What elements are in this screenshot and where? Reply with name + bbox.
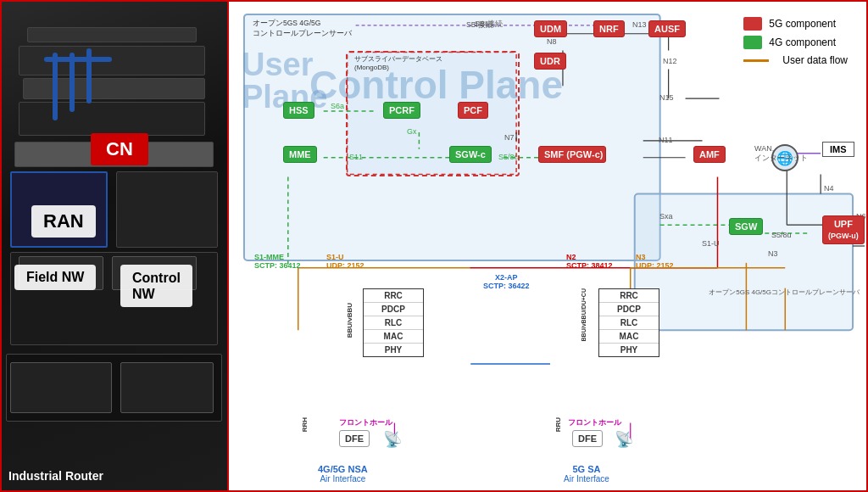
sxa-label: Sxa	[659, 212, 673, 221]
s5-8u-label: S5/8u	[771, 231, 792, 239]
n15-label: N15	[659, 93, 674, 102]
bbu-right-mac: MAC	[599, 330, 659, 344]
s11-label: S11	[349, 153, 363, 161]
smf-component: SMF (PGW-c)	[538, 146, 606, 163]
pcrf-component: PCRF	[383, 102, 420, 119]
n4-label: N4	[824, 184, 834, 193]
s1-u-label: S1-UUDP: 2152	[326, 253, 364, 270]
legend-5g-label: 5G component	[769, 18, 836, 30]
bbu-left-rlc: RLC	[364, 316, 423, 330]
gx-label: Gx	[407, 127, 417, 136]
n3-label-bottom: N3UDP: 2152	[636, 253, 674, 270]
dfe-left: DFE	[339, 430, 370, 447]
sbi-conn-label: SBI接続	[466, 20, 493, 31]
ran-label: RAN	[31, 205, 96, 238]
cn-label: CN	[91, 133, 148, 165]
legend-5g: 5G component	[743, 17, 848, 31]
n8-label: N8	[547, 37, 557, 46]
amf-component: AMF	[693, 146, 726, 163]
ims-box: IMS	[822, 142, 854, 157]
legend-userdata-line	[743, 59, 769, 62]
bbu-right-phy: PHY	[599, 344, 659, 356]
fronthaul-right-label: フロントホール	[568, 417, 621, 428]
udm-component: UDM	[534, 20, 567, 37]
cp-server-label: オープン5GS 4G/5Gコントロールプレーンサーバ	[253, 19, 352, 39]
bbu-left-mac: MAC	[364, 330, 423, 344]
air-interface-left: 4G/5G NSA Air Interface	[318, 464, 368, 484]
n11-label: N11	[659, 136, 673, 144]
antenna-left: 📡	[383, 430, 402, 449]
s5-8c-label: S5/8c	[498, 153, 518, 161]
legend-4g: 4G component	[743, 36, 848, 49]
sgw-u-component: SGW	[729, 218, 763, 235]
antenna-right: 📡	[615, 430, 633, 449]
ausf-component: AUSF	[648, 20, 686, 37]
diagram-panel: オープン5GS 4G/5Gコントロールプレーンサーバ Control Plane…	[229, 0, 868, 492]
n3-label: N3	[768, 249, 778, 258]
legend-4g-label: 4G component	[769, 36, 836, 48]
bbu-right-vert-label: BBU/vBBU/DU+CU	[581, 288, 587, 341]
subscriber-db-label: サブスライバーデータベース(MongoDB)	[354, 54, 442, 71]
wan-label: WAN,インターネット	[754, 144, 808, 164]
hss-component: HSS	[283, 102, 314, 119]
fronthaul-left-label: フロントホール	[339, 417, 392, 428]
mme-component: MME	[283, 146, 317, 163]
nrf-component: NRF	[593, 20, 625, 37]
s1-mme-label: S1-MMESCTP: 36412	[254, 253, 301, 270]
n12-label: N12	[663, 57, 677, 65]
bbu-right-rlc: RLC	[599, 316, 659, 330]
udr-component: UDR	[534, 53, 566, 70]
n2-label: N2SCTP: 38412	[566, 253, 613, 270]
legend-4g-box	[743, 36, 762, 49]
legend-userdata-label: User data flow	[782, 54, 848, 66]
left-panel: CN RAN Field NW ControlNW Industrial Rou…	[0, 0, 229, 492]
rru-label: RRU	[554, 417, 562, 432]
bbu-left-vert-label: BBU/vBBU	[346, 303, 353, 338]
bbu-right-rrc: RRC	[599, 289, 659, 303]
photo-background: CN RAN Field NW ControlNW Industrial Rou…	[2, 2, 227, 490]
legend: 5G component 4G component User data flow	[733, 10, 858, 78]
field-nw-label: Field NW	[14, 265, 96, 290]
bbu-left-stack: RRC PDCP RLC MAC PHY	[363, 288, 424, 357]
s6a-label: S6a	[331, 102, 344, 110]
sgw-c-component: SGW-c	[449, 146, 492, 163]
industrial-router-label: Industrial Router	[8, 468, 103, 484]
air-interface-right: 5G SA Air Interface	[564, 464, 609, 484]
bbu-left-rrc: RRC	[364, 289, 423, 303]
dfe-right: DFE	[572, 430, 603, 447]
n7-label: N7	[504, 133, 515, 142]
x2ap-label: X2-APSCTP: 36422	[483, 273, 530, 290]
mid-5g-component: PCF	[458, 102, 488, 119]
bbu-left-pdcp: PDCP	[364, 303, 423, 316]
bbu-right-stack: RRC PDCP RLC MAC PHY	[598, 288, 659, 357]
legend-5g-box	[743, 17, 762, 31]
control-nw-label: ControlNW	[120, 265, 192, 307]
n13-label: N13	[632, 20, 647, 29]
legend-userdata: User data flow	[743, 54, 848, 66]
s1-u-iface-label: S1-U	[702, 239, 720, 248]
bbu-left-phy: PHY	[364, 344, 423, 356]
bbu-right-pdcp: PDCP	[599, 303, 659, 316]
upf-component: UPF(PGW-u)	[822, 215, 865, 244]
rrh-label: RRH	[301, 417, 309, 432]
up-server-label: オープン5GS 4G/5Gコントロールプレーンサーバ	[709, 288, 860, 297]
